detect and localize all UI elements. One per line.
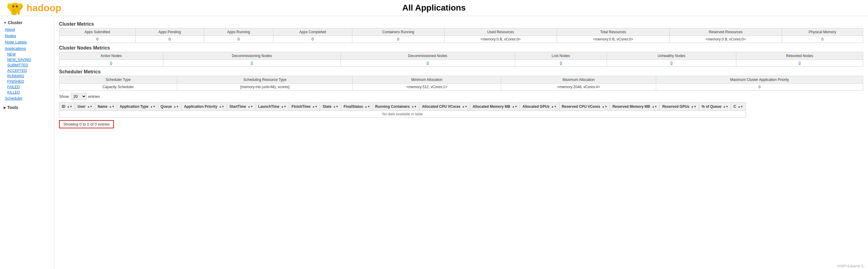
col-containers-running: Containers Running: [352, 28, 444, 36]
val-decommissioning-nodes[interactable]: 0: [163, 60, 341, 67]
val-used-resources: <memory:0 B, vCores:0>: [444, 36, 557, 43]
col-final-status[interactable]: FinalStatus ▲▼: [341, 103, 373, 111]
sort-res-cpu-icon: ▲▼: [602, 105, 607, 108]
sidebar-item-new-saving[interactable]: NEW_SAVING: [0, 57, 54, 62]
tools-label: Tools: [7, 105, 18, 110]
col-reserved-gpus[interactable]: Reserved GPUs ▲▼: [660, 103, 699, 111]
col-apps-running: Apps Running: [204, 28, 273, 36]
val-active-nodes[interactable]: 0: [59, 60, 163, 67]
hadoop-logo-icon: [6, 0, 24, 16]
showing-text: Showing 0 to 0 of 0 entries: [63, 122, 110, 127]
col-apps-submitted: Apps Submitted: [59, 28, 135, 36]
val-reserved-resources: <memory:0 B, vCores:0>: [670, 36, 782, 43]
col-lost-nodes: Lost Nodes: [515, 52, 607, 60]
col-scheduler-type: Scheduler Type: [59, 76, 177, 84]
val-lost-nodes[interactable]: 0: [515, 60, 607, 67]
col-finish-time[interactable]: FinishTime ▲▼: [289, 103, 320, 111]
col-reserved-memory-mb[interactable]: Reserved Memory MB ▲▼: [610, 103, 660, 111]
sort-app-type-icon: ▲▼: [150, 105, 156, 108]
sort-running-containers-icon: ▲▼: [411, 105, 417, 108]
val-apps-pending: 0: [135, 36, 204, 43]
sort-finish-icon: ▲▼: [312, 105, 318, 108]
col-user[interactable]: User ▲▼: [75, 103, 95, 111]
val-scheduling-resource-type: [memory-mb (unit=Mi), vcores]: [177, 84, 352, 90]
col-application-type[interactable]: Application Type ▲▼: [117, 103, 158, 111]
cluster-section-header[interactable]: ▼ Cluster: [0, 19, 54, 26]
content-area: Cluster Metrics Apps Submitted Apps Pend…: [54, 16, 868, 269]
entries-select[interactable]: 10 20 50 100: [71, 93, 87, 100]
apps-table-header-row: ID ▲▼ User ▲▼ Name ▲▼ Application Type: [59, 103, 746, 111]
col-name[interactable]: Name ▲▼: [95, 103, 117, 111]
col-running-containers[interactable]: Running Containers ▲▼: [373, 103, 419, 111]
tools-section-header[interactable]: ▶ Tools: [0, 104, 54, 111]
val-decommissioned-nodes[interactable]: 0: [341, 60, 515, 67]
col-active-nodes: Active Nodes: [59, 52, 163, 60]
showing-entries: Showing 0 to 0 of 0 entries: [59, 120, 114, 128]
col-id[interactable]: ID ▲▼: [59, 103, 75, 111]
col-alloc-memory-mb[interactable]: Allocated Memory MB ▲▼: [470, 103, 520, 111]
sidebar-item-about[interactable]: About: [0, 26, 54, 33]
col-launch-time[interactable]: LaunchTime ▲▼: [255, 103, 289, 111]
col-start-time[interactable]: StartTime ▲▼: [227, 103, 255, 111]
col-alloc-gpus[interactable]: Allocated GPUs ▲▼: [520, 103, 559, 111]
logo-text: hadoop: [27, 2, 61, 14]
sidebar-item-submitted[interactable]: SUBMITTED: [0, 62, 54, 68]
col-alloc-cpu-vcores[interactable]: Allocated CPU VCores ▲▼: [419, 103, 470, 111]
sidebar-item-applications[interactable]: Applications: [0, 45, 54, 52]
table-footer: Showing 0 to 0 of 0 entries: [59, 119, 863, 128]
col-unhealthy-nodes: Unhealthy Nodes: [607, 52, 736, 60]
sidebar-item-nodes[interactable]: Nodes: [0, 33, 54, 39]
sort-pct-queue-icon: ▲▼: [723, 105, 728, 108]
col-state[interactable]: State ▲▼: [320, 103, 341, 111]
svg-point-7: [17, 6, 18, 6]
sort-state-icon: ▲▼: [333, 105, 338, 108]
no-data-text: No data available in table: [59, 111, 746, 118]
col-apps-completed: Apps Completed: [273, 28, 352, 36]
col-min-allocation: Minimum Allocation: [352, 76, 501, 84]
sort-alloc-cpu-icon: ▲▼: [462, 105, 467, 108]
sort-id-icon: ▲▼: [67, 105, 72, 108]
val-physical-memory: 0: [782, 36, 863, 43]
sidebar-item-killed[interactable]: KILLED: [0, 90, 54, 95]
header: hadoop All Applications: [0, 0, 868, 16]
svg-rect-10: [18, 11, 20, 15]
sidebar-item-finished[interactable]: FINISHED: [0, 79, 54, 84]
val-unhealthy-nodes[interactable]: 0: [607, 60, 736, 67]
col-reserved-cpu-vcores[interactable]: Reserved CPU VCores ▲▼: [559, 103, 610, 111]
svg-rect-8: [11, 11, 13, 15]
sidebar-item-accepted[interactable]: ACCEPTED: [0, 68, 54, 73]
val-rebooted-nodes[interactable]: 0: [736, 60, 863, 67]
sort-name-icon: ▲▼: [109, 105, 115, 108]
col-apps-pending: Apps Pending: [135, 28, 204, 36]
col-max-cluster-priority: Maximum Cluster Application Priority: [656, 76, 863, 84]
col-pct-queue[interactable]: % of Queue ▲▼: [699, 103, 731, 111]
cluster-metrics-table: Apps Submitted Apps Pending Apps Running…: [59, 28, 863, 43]
col-physical-memory: Physical Memory: [782, 28, 863, 36]
cluster-nodes-row: 0 0 0 0 0 0: [59, 60, 863, 67]
sort-priority-icon: ▲▼: [219, 105, 224, 108]
scheduler-metrics-title: Scheduler Metrics: [59, 69, 863, 75]
sidebar-item-new[interactable]: NEW: [0, 52, 54, 57]
logo-area: hadoop: [6, 0, 61, 16]
col-application-priority[interactable]: Application Priority ▲▼: [181, 103, 227, 111]
sort-start-icon: ▲▼: [248, 105, 253, 108]
val-min-allocation: <memory:512, vCores:1>: [352, 84, 501, 90]
val-apps-running: 0: [204, 36, 273, 43]
sidebar-item-running[interactable]: RUNNING: [0, 73, 54, 79]
sort-user-icon: ▲▼: [87, 105, 93, 108]
sidebar-item-scheduler[interactable]: Scheduler: [0, 95, 54, 102]
svg-point-2: [7, 3, 12, 9]
cluster-nodes-metrics-title: Cluster Nodes Metrics: [59, 45, 863, 51]
sidebar-item-failed[interactable]: FAILED: [0, 84, 54, 90]
col-total-resources: Total Resources: [557, 28, 670, 36]
sidebar-item-node-labels[interactable]: Node Labels: [0, 39, 54, 45]
svg-point-6: [13, 6, 14, 6]
sort-c-icon: ▲▼: [738, 105, 743, 108]
cluster-arrow-icon: ▼: [4, 21, 7, 24]
val-scheduler-type: Capacity Scheduler: [59, 84, 177, 90]
odpi-badge: ©ODPI & Apache S...: [837, 265, 866, 268]
col-c[interactable]: C ▲▼: [731, 103, 746, 111]
col-rebooted-nodes: Rebooted Nodes: [736, 52, 863, 60]
entries-label: entries: [88, 94, 100, 99]
col-queue[interactable]: Queue ▲▼: [158, 103, 181, 111]
